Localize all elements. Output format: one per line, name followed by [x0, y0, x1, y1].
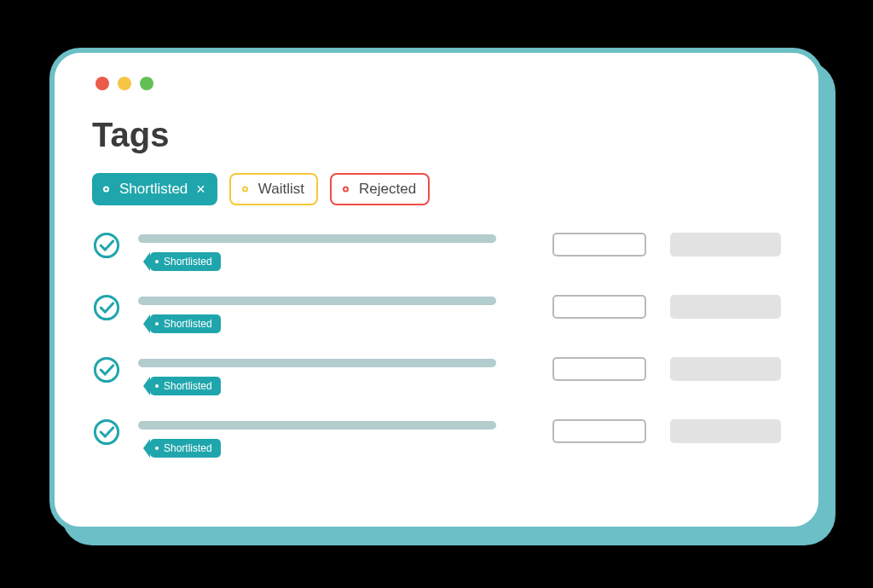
- placeholder-input[interactable]: [552, 233, 646, 257]
- tag-notch-icon: [337, 173, 354, 205]
- row-tag-label: Shortlisted: [164, 318, 212, 330]
- placeholder-text-bar: [138, 234, 496, 243]
- maximize-icon[interactable]: [140, 77, 153, 90]
- row-actions: [552, 295, 781, 319]
- tag-filter-label: Shortlisted: [114, 181, 188, 198]
- placeholder-button[interactable]: [670, 295, 781, 319]
- list-item: Shortlisted: [92, 297, 781, 333]
- row-tag-shortlisted[interactable]: Shortlisted: [150, 439, 221, 458]
- placeholder-input[interactable]: [552, 357, 646, 381]
- placeholder-button[interactable]: [670, 233, 781, 257]
- row-tag-label: Shortlisted: [164, 380, 212, 392]
- placeholder-text-bar: [138, 421, 496, 429]
- app-window: Tags Shortlisted × Waitlist Rejected: [49, 48, 824, 532]
- row-tag-label: Shortlisted: [164, 442, 212, 454]
- placeholder-text-bar: [138, 297, 496, 305]
- list-item: Shortlisted: [92, 234, 781, 271]
- row-content: Shortlisted: [138, 297, 501, 333]
- row-actions: [552, 357, 781, 381]
- check-circle-icon[interactable]: [92, 418, 121, 447]
- svg-point-2: [95, 358, 118, 381]
- row-tag-shortlisted[interactable]: Shortlisted: [150, 252, 221, 271]
- row-tag-label: Shortlisted: [164, 256, 212, 268]
- remove-tag-button[interactable]: ×: [196, 182, 205, 197]
- row-content: Shortlisted: [138, 234, 501, 271]
- placeholder-text-bar: [138, 359, 496, 367]
- svg-point-1: [95, 296, 118, 319]
- list-item: Shortlisted: [92, 359, 781, 395]
- row-content: Shortlisted: [138, 359, 501, 395]
- check-circle-icon[interactable]: [92, 293, 121, 322]
- tag-notch-icon: [236, 173, 253, 205]
- row-tag-shortlisted[interactable]: Shortlisted: [150, 377, 221, 395]
- row-content: Shortlisted: [138, 421, 501, 458]
- list-item: Shortlisted: [92, 421, 781, 458]
- row-actions: [552, 419, 781, 443]
- item-list: Shortlisted Shortlisted: [92, 234, 781, 458]
- row-actions: [552, 233, 781, 257]
- placeholder-button[interactable]: [670, 357, 781, 381]
- tag-notch-icon: [97, 173, 114, 205]
- placeholder-button[interactable]: [670, 419, 781, 443]
- row-tag-shortlisted[interactable]: Shortlisted: [150, 314, 221, 333]
- check-circle-icon[interactable]: [92, 231, 121, 260]
- page-title: Tags: [92, 116, 781, 154]
- check-circle-icon[interactable]: [92, 355, 121, 384]
- tag-dot-icon: [155, 384, 159, 388]
- tag-filter-shortlisted[interactable]: Shortlisted ×: [92, 173, 217, 205]
- tag-dot-icon: [155, 260, 159, 263]
- tag-dot-icon: [155, 447, 159, 450]
- tag-dot-icon: [155, 322, 159, 326]
- tag-filter-bar: Shortlisted × Waitlist Rejected: [92, 173, 781, 205]
- tag-filter-label: Waitlist: [253, 181, 304, 198]
- tag-filter-rejected[interactable]: Rejected: [330, 173, 430, 205]
- svg-point-3: [95, 420, 118, 443]
- minimize-icon[interactable]: [118, 77, 131, 90]
- traffic-lights: [95, 77, 781, 90]
- close-icon[interactable]: [95, 77, 109, 90]
- placeholder-input[interactable]: [552, 419, 646, 443]
- tag-filter-waitlist[interactable]: Waitlist: [229, 173, 318, 205]
- placeholder-input[interactable]: [552, 295, 646, 319]
- tag-filter-label: Rejected: [354, 181, 416, 198]
- svg-point-0: [95, 233, 118, 257]
